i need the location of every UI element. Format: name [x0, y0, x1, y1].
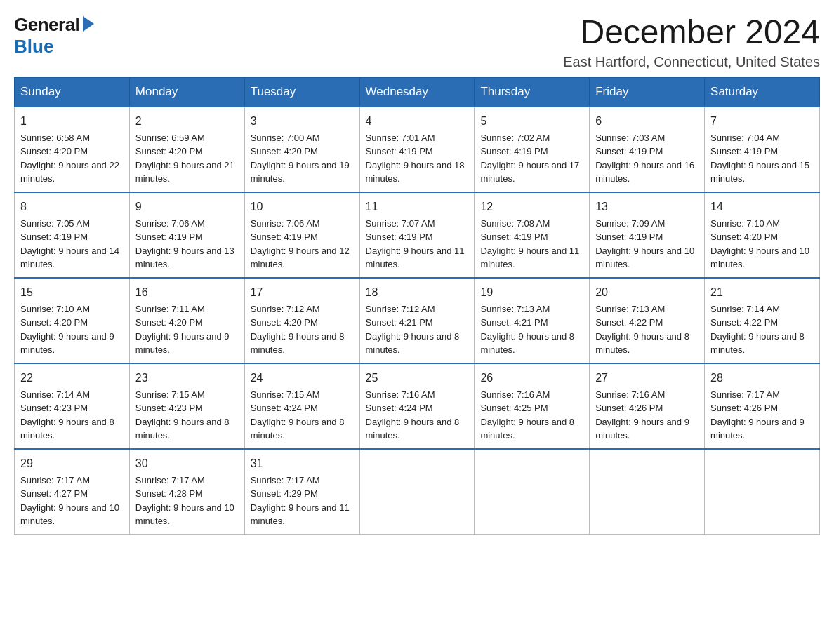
- sunset-label: Sunset: 4:20 PM: [251, 317, 318, 328]
- daylight-label: Daylight: 9 hours and 11 minutes.: [366, 246, 465, 270]
- daylight-label: Daylight: 9 hours and 13 minutes.: [135, 246, 234, 270]
- sunset-label: Sunset: 4:26 PM: [710, 403, 778, 413]
- sunrise-label: Sunrise: 7:12 AM: [366, 304, 435, 314]
- logo-arrow-icon: [81, 15, 95, 36]
- day-number: 17: [251, 284, 354, 301]
- day-number: 24: [251, 370, 354, 387]
- calendar-cell: 29 Sunrise: 7:17 AM Sunset: 4:27 PM Dayl…: [15, 449, 130, 535]
- daylight-label: Daylight: 9 hours and 8 minutes.: [366, 417, 460, 441]
- day-number: 29: [20, 455, 124, 472]
- day-number: 11: [366, 199, 469, 215]
- sunrise-label: Sunrise: 7:17 AM: [251, 475, 320, 485]
- sunrise-label: Sunrise: 7:12 AM: [251, 304, 320, 314]
- sunrise-label: Sunrise: 7:06 AM: [135, 218, 205, 229]
- day-number: 28: [710, 370, 814, 387]
- sunrise-label: Sunrise: 7:02 AM: [480, 133, 550, 143]
- daylight-label: Daylight: 9 hours and 8 minutes.: [366, 331, 460, 356]
- sunset-label: Sunset: 4:20 PM: [710, 232, 778, 242]
- day-number: 25: [366, 370, 469, 387]
- calendar-week-1: 1 Sunrise: 6:58 AM Sunset: 4:20 PM Dayli…: [15, 107, 820, 192]
- day-number: 2: [135, 113, 239, 130]
- sunrise-label: Sunrise: 7:15 AM: [135, 389, 205, 400]
- calendar-cell: 18 Sunrise: 7:12 AM Sunset: 4:21 PM Dayl…: [359, 278, 475, 363]
- daylight-label: Daylight: 9 hours and 9 minutes.: [135, 331, 230, 356]
- sunset-label: Sunset: 4:29 PM: [251, 488, 318, 499]
- daylight-label: Daylight: 9 hours and 9 minutes.: [710, 417, 805, 441]
- sunset-label: Sunset: 4:20 PM: [20, 317, 88, 328]
- calendar-cell: 20 Sunrise: 7:13 AM Sunset: 4:22 PM Dayl…: [590, 278, 705, 363]
- daylight-label: Daylight: 9 hours and 8 minutes.: [710, 331, 805, 356]
- calendar-cell: 13 Sunrise: 7:09 AM Sunset: 4:19 PM Dayl…: [590, 192, 705, 278]
- daylight-label: Daylight: 9 hours and 18 minutes.: [366, 160, 465, 185]
- day-number: 8: [20, 199, 124, 215]
- calendar-cell: [590, 449, 705, 535]
- day-number: 23: [135, 370, 239, 387]
- title-section: December 2024 East Hartford, Connecticut…: [563, 14, 820, 70]
- sunrise-label: Sunrise: 7:14 AM: [20, 389, 90, 400]
- sunset-label: Sunset: 4:24 PM: [366, 403, 433, 413]
- sunset-label: Sunset: 4:21 PM: [480, 317, 548, 328]
- header-tuesday: Tuesday: [244, 77, 359, 107]
- calendar-cell: 8 Sunrise: 7:05 AM Sunset: 4:19 PM Dayli…: [15, 192, 130, 278]
- header-monday: Monday: [129, 77, 244, 107]
- sunrise-label: Sunrise: 7:16 AM: [366, 389, 435, 400]
- day-number: 5: [480, 113, 583, 130]
- sunset-label: Sunset: 4:20 PM: [251, 146, 318, 156]
- logo-general-text: General: [14, 14, 79, 36]
- calendar-cell: 1 Sunrise: 6:58 AM Sunset: 4:20 PM Dayli…: [15, 107, 130, 192]
- sunrise-label: Sunrise: 7:07 AM: [366, 218, 435, 229]
- day-number: 26: [480, 370, 583, 387]
- day-number: 4: [366, 113, 469, 130]
- calendar-table: Sunday Monday Tuesday Wednesday Thursday…: [14, 77, 820, 535]
- sunset-label: Sunset: 4:19 PM: [480, 232, 548, 242]
- sunrise-label: Sunrise: 7:03 AM: [595, 133, 665, 143]
- calendar-cell: 12 Sunrise: 7:08 AM Sunset: 4:19 PM Dayl…: [475, 192, 590, 278]
- sunrise-label: Sunrise: 7:06 AM: [251, 218, 320, 229]
- day-number: 13: [595, 199, 699, 215]
- sunset-label: Sunset: 4:19 PM: [710, 146, 778, 156]
- day-number: 14: [710, 199, 814, 215]
- daylight-label: Daylight: 9 hours and 8 minutes.: [251, 331, 345, 356]
- sunset-label: Sunset: 4:19 PM: [20, 232, 88, 242]
- sunset-label: Sunset: 4:19 PM: [366, 146, 433, 156]
- daylight-label: Daylight: 9 hours and 10 minutes.: [595, 246, 694, 270]
- daylight-label: Daylight: 9 hours and 11 minutes.: [251, 502, 350, 527]
- calendar-cell: 17 Sunrise: 7:12 AM Sunset: 4:20 PM Dayl…: [244, 278, 359, 363]
- location-subtitle: East Hartford, Connecticut, United State…: [563, 54, 820, 70]
- day-number: 31: [251, 455, 354, 472]
- sunset-label: Sunset: 4:20 PM: [20, 146, 88, 156]
- calendar-cell: 4 Sunrise: 7:01 AM Sunset: 4:19 PM Dayli…: [359, 107, 475, 192]
- day-number: 22: [20, 370, 124, 387]
- daylight-label: Daylight: 9 hours and 9 minutes.: [20, 331, 114, 356]
- daylight-label: Daylight: 9 hours and 8 minutes.: [480, 331, 574, 356]
- sunrise-label: Sunrise: 7:04 AM: [710, 133, 780, 143]
- calendar-header-row: Sunday Monday Tuesday Wednesday Thursday…: [15, 77, 820, 107]
- day-number: 19: [480, 284, 583, 301]
- sunset-label: Sunset: 4:23 PM: [20, 403, 88, 413]
- sunset-label: Sunset: 4:25 PM: [480, 403, 548, 413]
- calendar-cell: 5 Sunrise: 7:02 AM Sunset: 4:19 PM Dayli…: [475, 107, 590, 192]
- sunrise-label: Sunrise: 6:59 AM: [135, 133, 205, 143]
- calendar-cell: 31 Sunrise: 7:17 AM Sunset: 4:29 PM Dayl…: [244, 449, 359, 535]
- sunrise-label: Sunrise: 7:17 AM: [20, 475, 90, 485]
- sunrise-label: Sunrise: 7:08 AM: [480, 218, 550, 229]
- daylight-label: Daylight: 9 hours and 8 minutes.: [251, 417, 345, 441]
- sunrise-label: Sunrise: 7:01 AM: [366, 133, 435, 143]
- calendar-cell: 22 Sunrise: 7:14 AM Sunset: 4:23 PM Dayl…: [15, 363, 130, 449]
- sunrise-label: Sunrise: 7:17 AM: [710, 389, 780, 400]
- calendar-cell: 24 Sunrise: 7:15 AM Sunset: 4:24 PM Dayl…: [244, 363, 359, 449]
- daylight-label: Daylight: 9 hours and 16 minutes.: [595, 160, 694, 185]
- sunset-label: Sunset: 4:19 PM: [595, 232, 663, 242]
- sunset-label: Sunset: 4:19 PM: [135, 232, 203, 242]
- daylight-label: Daylight: 9 hours and 17 minutes.: [480, 160, 579, 185]
- sunset-label: Sunset: 4:22 PM: [595, 317, 663, 328]
- header-friday: Friday: [590, 77, 705, 107]
- sunrise-label: Sunrise: 6:58 AM: [20, 133, 90, 143]
- calendar-cell: 27 Sunrise: 7:16 AM Sunset: 4:26 PM Dayl…: [590, 363, 705, 449]
- sunrise-label: Sunrise: 7:10 AM: [710, 218, 780, 229]
- daylight-label: Daylight: 9 hours and 8 minutes.: [135, 417, 230, 441]
- sunrise-label: Sunrise: 7:16 AM: [480, 389, 550, 400]
- calendar-cell: 7 Sunrise: 7:04 AM Sunset: 4:19 PM Dayli…: [705, 107, 820, 192]
- sunrise-label: Sunrise: 7:00 AM: [251, 133, 320, 143]
- daylight-label: Daylight: 9 hours and 21 minutes.: [135, 160, 234, 185]
